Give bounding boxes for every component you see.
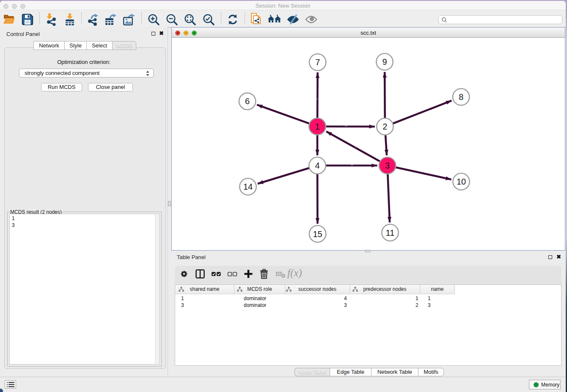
svg-text:6: 6 [245,97,250,106]
svg-text:9: 9 [382,57,387,66]
svg-text:10: 10 [457,177,466,186]
svg-text:3: 3 [385,161,390,170]
svg-text:4: 4 [315,161,319,170]
svg-text:7: 7 [315,58,320,67]
svg-text:8: 8 [459,92,463,102]
svg-text:14: 14 [243,182,253,191]
svg-text:1: 1 [315,122,319,131]
svg-text:15: 15 [313,229,322,239]
svg-text:11: 11 [386,228,395,237]
svg-text:2: 2 [383,122,387,131]
